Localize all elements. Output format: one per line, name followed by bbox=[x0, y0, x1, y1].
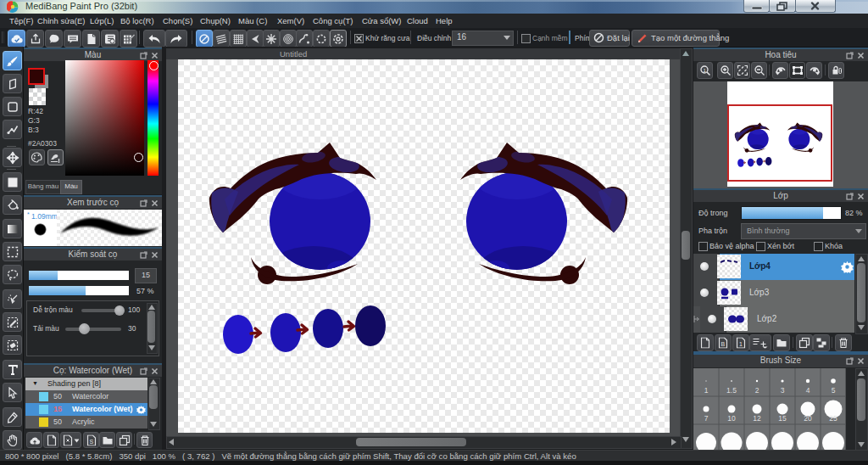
svg-text:25: 25 bbox=[829, 414, 837, 423]
svg-text:12: 12 bbox=[753, 414, 761, 423]
svg-text:1: 1 bbox=[739, 341, 743, 347]
svg-text:20: 20 bbox=[804, 414, 812, 423]
svg-text:10: 10 bbox=[727, 414, 736, 423]
svg-text:4: 4 bbox=[806, 386, 810, 395]
svg-text:1: 1 bbox=[703, 68, 706, 73]
svg-text:5: 5 bbox=[832, 386, 836, 395]
svg-text:3: 3 bbox=[781, 386, 785, 395]
svg-text:15: 15 bbox=[778, 414, 787, 423]
svg-text:1.5: 1.5 bbox=[726, 386, 737, 395]
svg-text:B: B bbox=[721, 341, 726, 347]
svg-text:7: 7 bbox=[704, 414, 709, 423]
svg-text:1: 1 bbox=[704, 386, 709, 395]
svg-text:2: 2 bbox=[755, 386, 760, 395]
svg-text:S: S bbox=[89, 439, 93, 445]
